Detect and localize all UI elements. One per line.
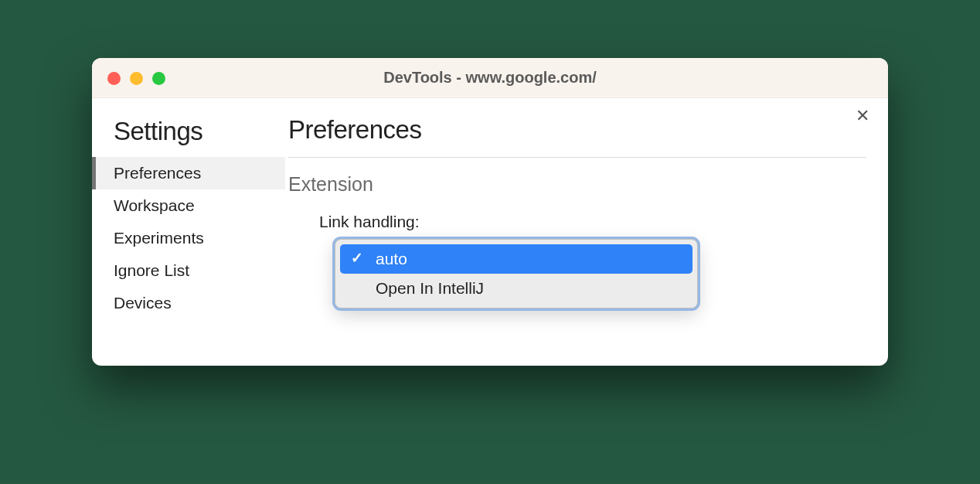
page-title: Preferences [288, 115, 866, 158]
link-handling-label: Link handling: [319, 213, 866, 231]
sidebar-item-workspace[interactable]: Workspace [92, 189, 285, 222]
sidebar-item-experiments[interactable]: Experiments [92, 222, 285, 254]
sidebar-item-devices[interactable]: Devices [92, 287, 285, 319]
dropdown-option-open-in-intellij[interactable]: Open In IntelliJ [340, 274, 692, 303]
minimize-window-icon[interactable] [130, 72, 143, 85]
dropdown-option-auto[interactable]: auto [340, 244, 692, 274]
dropdown-option-label: Open In IntelliJ [376, 279, 484, 297]
sidebar-title: Settings [92, 114, 285, 157]
window-title: DevTools - www.google.com/ [92, 69, 888, 87]
sidebar-item-label: Ignore List [114, 261, 189, 279]
close-settings-button[interactable]: ✕ [856, 107, 869, 124]
sidebar-item-label: Preferences [114, 164, 201, 182]
main-panel: Preferences Extension Link handling: aut… [285, 98, 888, 366]
section-heading-extension: Extension [288, 173, 866, 196]
sidebar-item-label: Experiments [114, 229, 204, 247]
link-handling-dropdown[interactable]: auto Open In IntelliJ [335, 239, 698, 308]
settings-sidebar: Settings Preferences Workspace Experimen… [92, 98, 285, 366]
devtools-window: DevTools - www.google.com/ ✕ Settings Pr… [92, 58, 888, 366]
content-area: ✕ Settings Preferences Workspace Experim… [92, 98, 888, 366]
traffic-lights [107, 72, 165, 85]
close-window-icon[interactable] [107, 72, 121, 85]
titlebar: DevTools - www.google.com/ [92, 58, 888, 98]
maximize-window-icon[interactable] [152, 72, 165, 85]
sidebar-item-ignore-list[interactable]: Ignore List [92, 254, 285, 287]
dropdown-option-label: auto [376, 250, 407, 268]
sidebar-item-label: Devices [114, 294, 172, 312]
sidebar-item-preferences[interactable]: Preferences [92, 157, 285, 189]
sidebar-item-label: Workspace [114, 196, 195, 214]
